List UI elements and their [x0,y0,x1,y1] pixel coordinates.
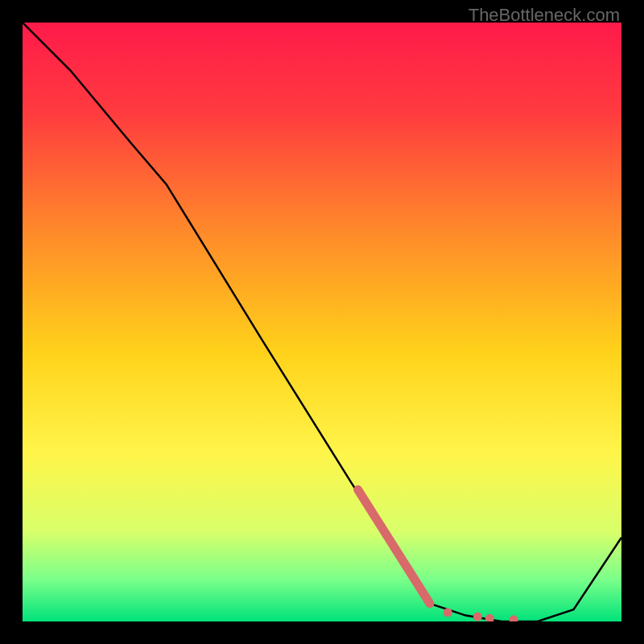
bottleneck-chart [23,23,621,621]
gradient-background [23,23,621,621]
marker-dot [444,608,452,617]
marker-dot [473,613,482,621]
watermark-text: TheBottleneck.com [469,5,620,26]
